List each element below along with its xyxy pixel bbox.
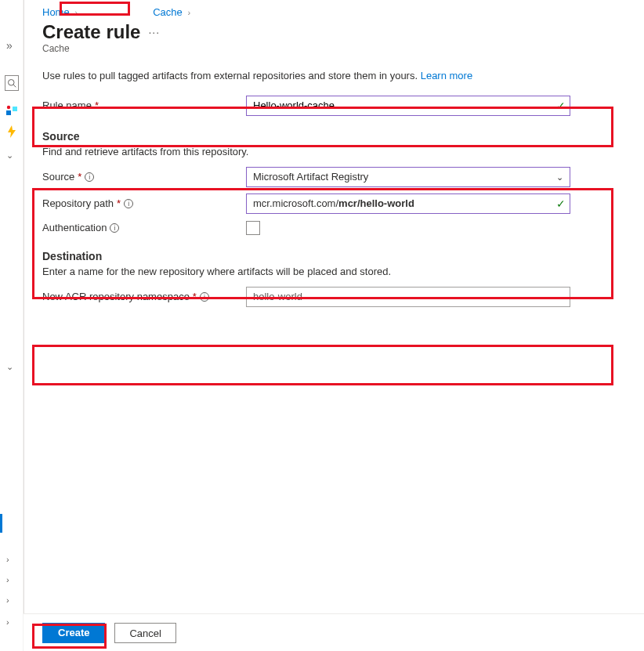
destination-heading: Destination (42, 239, 625, 266)
collapse-icon[interactable]: » (6, 39, 13, 52)
breadcrumb-redacted (83, 7, 150, 20)
repo-path-input[interactable]: mcr.microsoft.com/mcr/hello-world (246, 193, 570, 214)
search-icon[interactable] (5, 75, 19, 91)
chevron-right-icon: › (72, 8, 80, 17)
learn-more-link[interactable]: Learn more (421, 70, 472, 81)
chevron-right-icon[interactable]: › (6, 595, 9, 605)
breadcrumb-cache[interactable]: Cache (153, 6, 183, 18)
chevron-right-icon: › (185, 8, 193, 17)
nav-selected-indicator (0, 514, 2, 533)
repo-path-value: mcr/hello-world (338, 197, 414, 209)
chevron-down-icon[interactable]: ⌄ (6, 150, 13, 161)
required-indicator: * (193, 291, 197, 302)
required-indicator: * (117, 197, 121, 209)
chevron-down-icon[interactable]: ⌄ (6, 362, 13, 372)
lightning-icon[interactable] (5, 125, 19, 139)
source-heading: Source (42, 119, 625, 146)
help-text-body: Use rules to pull tagged artifacts from … (42, 70, 421, 81)
nav-item-icon[interactable] (5, 105, 19, 119)
auth-label: Authentication (42, 222, 107, 233)
page-title: Create rule (42, 21, 140, 43)
source-label: Source (42, 171, 74, 183)
check-icon: ✓ (556, 197, 566, 210)
auth-checkbox[interactable] (246, 221, 260, 235)
namespace-row: New ACR repository namespace * i hello-w… (42, 284, 625, 310)
repo-path-label: Repository path (42, 197, 114, 209)
left-rail: » ⌄ ⌄ › › › › (0, 0, 24, 651)
svg-point-4 (7, 106, 10, 109)
cancel-button[interactable]: Cancel (114, 623, 175, 643)
svg-point-0 (9, 80, 15, 86)
rule-name-label: Rule name (42, 99, 92, 111)
footer-bar: Create Cancel (24, 613, 644, 651)
info-icon[interactable]: i (110, 223, 119, 233)
source-row: Source * i Microsoft Artifact Registry ⌄ (42, 164, 625, 190)
chevron-right-icon[interactable]: › (6, 575, 9, 584)
info-icon[interactable]: i (124, 199, 133, 208)
svg-rect-3 (13, 107, 17, 111)
source-select[interactable]: Microsoft Artifact Registry ⌄ (246, 167, 570, 187)
destination-subtext: Enter a name for the new repository wher… (42, 266, 625, 284)
svg-rect-2 (6, 110, 11, 115)
source-select-value: Microsoft Artifact Registry (253, 171, 368, 183)
page-subtitle: Cache (24, 43, 644, 62)
chevron-down-icon: ⌄ (556, 172, 563, 182)
rule-name-row: Rule name * ✓ (42, 92, 625, 119)
required-indicator: * (95, 99, 99, 111)
breadcrumb-home[interactable]: Home (42, 6, 70, 18)
required-indicator: * (78, 171, 81, 183)
help-text: Use rules to pull tagged artifacts from … (42, 62, 625, 92)
svg-line-1 (13, 85, 16, 87)
auth-row: Authentication i (42, 217, 625, 239)
info-icon[interactable]: i (200, 292, 209, 302)
more-icon[interactable]: ··· (148, 26, 160, 38)
repo-path-prefix: mcr.microsoft.com/ (253, 197, 338, 209)
source-subtext: Find and retrieve artifacts from this re… (42, 146, 625, 164)
create-rule-panel: Home › Cache › Create rule ··· Cache Use… (24, 0, 644, 651)
create-button[interactable]: Create (42, 623, 105, 643)
namespace-value: hello-world (253, 291, 302, 302)
info-icon[interactable]: i (85, 172, 94, 182)
chevron-right-icon[interactable]: › (6, 617, 9, 627)
rule-name-input[interactable] (246, 96, 570, 116)
namespace-label: New ACR repository namespace (42, 291, 190, 302)
repo-path-row: Repository path * i mcr.microsoft.com/mc… (42, 190, 625, 217)
chevron-right-icon[interactable]: › (6, 555, 9, 564)
namespace-input[interactable]: hello-world (246, 287, 570, 307)
breadcrumb: Home › Cache › (24, 0, 644, 21)
check-icon: ✓ (556, 99, 566, 112)
